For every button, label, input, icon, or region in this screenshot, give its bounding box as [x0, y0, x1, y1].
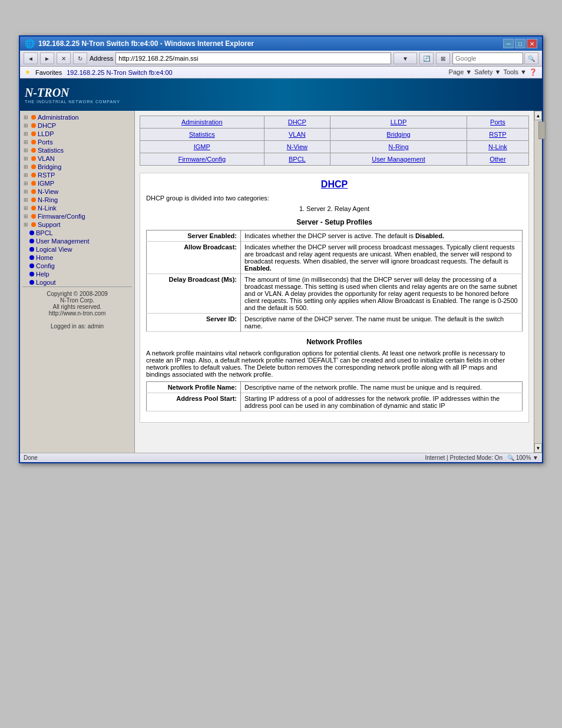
- sidebar-item-rstp[interactable]: ⊞RSTP: [22, 171, 132, 179]
- nav-cell-0-1[interactable]: DHCP: [264, 116, 330, 129]
- sidebar-label: Firmware/Config: [38, 213, 85, 220]
- sidebar-label: N-Link: [38, 205, 57, 212]
- nav-cell-2-0[interactable]: IGMP: [140, 141, 265, 153]
- content-area: AdministrationDHCPLLDPPortsStatisticsVLA…: [135, 111, 534, 453]
- help-icon[interactable]: ❓: [529, 68, 537, 76]
- sidebar-item-bpcl[interactable]: BPCL: [22, 229, 132, 237]
- categories-text: 1. Server 2. Relay Agent: [146, 205, 523, 212]
- nav-cell-1-3[interactable]: RSTP: [467, 129, 528, 141]
- scroll-thumb[interactable]: [538, 121, 546, 139]
- nav-cell-3-3[interactable]: Other: [467, 153, 528, 166]
- nav-cell-0-2[interactable]: LLDP: [330, 116, 467, 129]
- sidebar-item-user-management[interactable]: User Management: [22, 237, 132, 245]
- maximize-button[interactable]: □: [515, 39, 525, 48]
- forward-button[interactable]: ►: [40, 52, 54, 64]
- scroll-down-button[interactable]: ▼: [534, 443, 542, 453]
- address-label: Address: [90, 55, 113, 62]
- nav-link-ports[interactable]: Ports: [490, 118, 505, 126]
- nav-link-other[interactable]: Other: [490, 156, 506, 163]
- sidebar-item-logical-view[interactable]: Logical View: [22, 245, 132, 253]
- nav-link-rstp[interactable]: RSTP: [489, 131, 506, 138]
- sidebar-item-n-ring[interactable]: ⊞N-Ring: [22, 196, 132, 204]
- title-bar: 🌐 192.168.2.25 N-Tron Switch fb:e4:00 - …: [20, 37, 542, 51]
- stop-button[interactable]: ✕: [57, 52, 71, 64]
- nav-link-vlan[interactable]: VLAN: [289, 131, 306, 138]
- nav-cell-1-1[interactable]: VLAN: [264, 129, 330, 141]
- nav-link-n-view[interactable]: N-View: [287, 143, 308, 150]
- refresh-button[interactable]: ↻: [73, 52, 87, 64]
- sidebar-bullet: [29, 230, 34, 235]
- desc-row-1: Allow Broadcast:Indicates whether the DH…: [147, 242, 523, 274]
- sidebar-label: IGMP: [38, 180, 54, 187]
- sidebar-item-lldp[interactable]: ⊞LLDP: [22, 130, 132, 138]
- desc-value-2: The amount of time (in milliseconds) tha…: [241, 274, 523, 314]
- nav-link-bridging[interactable]: Bridging: [386, 131, 410, 138]
- nav-cell-2-3[interactable]: N-Link: [467, 141, 528, 153]
- nav-cell-2-2[interactable]: N-Ring: [330, 141, 467, 153]
- expand-icon: ⊞: [24, 147, 29, 153]
- sidebar-item-n-view[interactable]: ⊞N-View: [22, 187, 132, 196]
- nav-link-dhcp[interactable]: DHCP: [288, 118, 306, 126]
- tools-menu[interactable]: Tools ▼: [503, 68, 527, 76]
- nav-cell-2-1[interactable]: N-View: [264, 141, 330, 153]
- zoom-level: 🔍 100% ▼: [507, 454, 538, 461]
- nav-cell-3-1[interactable]: BPCL: [264, 153, 330, 166]
- page-menu[interactable]: Page ▼: [449, 68, 472, 76]
- toolbar-right: Page ▼ Safety ▼ Tools ▼ ❓: [449, 68, 537, 76]
- network-profiles-subtitle: Network Profiles: [146, 338, 523, 346]
- sidebar-bullet: [31, 222, 36, 227]
- sidebar-item-ports[interactable]: ⊞Ports: [22, 138, 132, 146]
- nav-cell-0-3[interactable]: Ports: [467, 116, 528, 129]
- favorites-item[interactable]: 192.168.2.25 N-Tron Switch fb:e4:00: [67, 69, 172, 76]
- sidebar-item-config[interactable]: Config: [22, 262, 132, 270]
- sidebar-item-firmware-config[interactable]: ⊞Firmware/Config: [22, 212, 132, 220]
- network-desc-row-1: Address Pool Start:Starting IP address o…: [147, 393, 523, 411]
- sidebar-item-logout[interactable]: Logout: [22, 278, 132, 286]
- expand-icon: ⊞: [24, 164, 29, 170]
- sidebar-label: Help: [36, 271, 49, 278]
- nav-link-statistics[interactable]: Statistics: [189, 131, 215, 138]
- nav-cell-3-2[interactable]: User Management: [330, 153, 467, 166]
- sidebar-item-igmp[interactable]: ⊞IGMP: [22, 179, 132, 187]
- nav-link-administration[interactable]: Administration: [181, 118, 223, 126]
- nav-link-igmp[interactable]: IGMP: [194, 143, 210, 150]
- sidebar-item-support[interactable]: ⊞Support: [22, 220, 132, 229]
- nav-link-n-ring[interactable]: N-Ring: [388, 143, 408, 150]
- search-input[interactable]: [452, 52, 523, 64]
- sidebar-bullet: [29, 272, 34, 276]
- address-input[interactable]: [115, 52, 391, 64]
- sidebar-item-dhcp[interactable]: ⊞DHCP: [22, 121, 132, 130]
- nav-cell-1-0[interactable]: Statistics: [140, 129, 265, 141]
- status-text: Done: [24, 454, 38, 461]
- sidebar-bullet: [31, 173, 36, 177]
- sidebar-bullet: [29, 247, 34, 252]
- sidebar-bullet: [31, 181, 36, 186]
- nav-link-firmware-config[interactable]: Firmware/Config: [178, 156, 226, 163]
- search-button[interactable]: 🔍: [524, 52, 538, 64]
- back-button[interactable]: ◄: [24, 52, 38, 64]
- nav-cell-3-0[interactable]: Firmware/Config: [140, 153, 265, 166]
- sidebar-item-statistics[interactable]: ⊞Statistics: [22, 146, 132, 154]
- nav-link-n-link[interactable]: N-Link: [488, 143, 507, 150]
- sidebar-item-bridging[interactable]: ⊞Bridging: [22, 163, 132, 171]
- go-button[interactable]: ▼: [394, 52, 417, 64]
- stop-icon-btn[interactable]: ⊠: [436, 52, 450, 64]
- nav-link-bpcl[interactable]: BPCL: [289, 156, 306, 163]
- sidebar-item-home[interactable]: Home: [22, 253, 132, 262]
- scroll-up-button[interactable]: ▲: [534, 111, 542, 120]
- copyright-section: Copyright © 2008-2009 N-Tron Corp. All r…: [22, 286, 132, 333]
- nav-cell-0-0[interactable]: Administration: [140, 116, 265, 129]
- refresh-icon-btn[interactable]: 🔄: [419, 52, 434, 64]
- sidebar-item-vlan[interactable]: ⊞VLAN: [22, 154, 132, 163]
- sidebar-item-administration[interactable]: ⊞Administration: [22, 113, 132, 121]
- nav-link-lldp[interactable]: LLDP: [391, 118, 407, 126]
- nav-cell-1-2[interactable]: Bridging: [330, 129, 467, 141]
- network-desc-row-0: Network Profile Name:Descriptive name of…: [147, 382, 523, 393]
- nav-link-user-management[interactable]: User Management: [372, 156, 425, 163]
- minimize-button[interactable]: ─: [503, 39, 514, 48]
- close-button[interactable]: ✕: [527, 39, 537, 48]
- expand-icon: ⊞: [24, 213, 29, 219]
- safety-menu[interactable]: Safety ▼: [474, 68, 501, 76]
- sidebar-item-help[interactable]: Help: [22, 270, 132, 278]
- sidebar-item-n-link[interactable]: ⊞N-Link: [22, 204, 132, 212]
